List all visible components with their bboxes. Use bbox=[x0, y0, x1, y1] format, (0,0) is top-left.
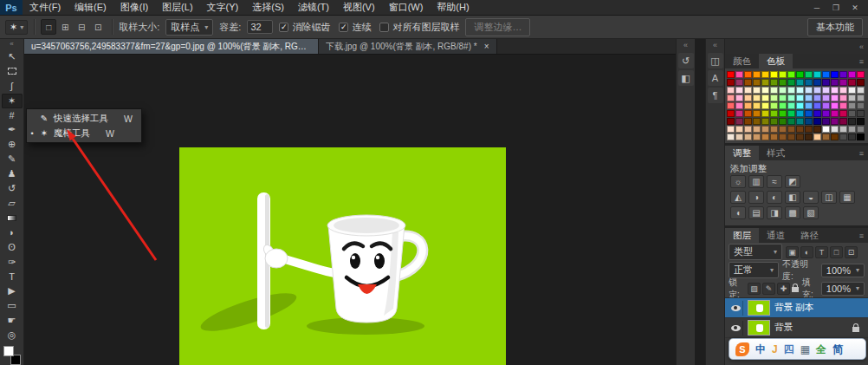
color-swatch[interactable] bbox=[813, 110, 821, 117]
color-swatch[interactable] bbox=[805, 134, 813, 140]
color-swatch[interactable] bbox=[831, 126, 839, 133]
lasso-tool[interactable]: ʃ bbox=[2, 79, 23, 94]
layer-row-1[interactable]: 背景 副本 bbox=[725, 298, 868, 318]
color-swatch[interactable] bbox=[839, 118, 847, 125]
color-swatch[interactable] bbox=[822, 102, 830, 109]
color-swatch[interactable] bbox=[735, 110, 743, 117]
color-swatch[interactable] bbox=[727, 87, 735, 94]
levels-adjustment-icon[interactable]: ▥ bbox=[748, 175, 764, 188]
color-swatch[interactable] bbox=[770, 102, 778, 109]
color-swatch[interactable] bbox=[753, 126, 761, 133]
color-swatch[interactable] bbox=[796, 126, 804, 133]
filter-adjustment-layers-icon[interactable]: ◐ bbox=[800, 246, 813, 258]
color-swatch[interactable] bbox=[770, 118, 778, 125]
color-swatch[interactable] bbox=[805, 118, 813, 125]
color-swatch[interactable] bbox=[857, 95, 865, 101]
color-swatch[interactable] bbox=[857, 118, 865, 125]
menu-help[interactable]: 帮助(H) bbox=[430, 0, 476, 15]
color-swatch[interactable] bbox=[735, 79, 743, 86]
color-swatch[interactable] bbox=[796, 71, 804, 78]
color-swatch[interactable] bbox=[735, 87, 743, 94]
color-swatch[interactable] bbox=[796, 79, 804, 86]
panel-menu-icon[interactable]: ≡ bbox=[859, 149, 864, 158]
color-swatch[interactable] bbox=[831, 134, 839, 140]
color-swatch[interactable] bbox=[822, 110, 830, 117]
color-swatch[interactable] bbox=[857, 87, 865, 94]
add-to-selection-mode[interactable]: ⊞ bbox=[57, 19, 73, 35]
collapse-panels-icon[interactable]: « bbox=[859, 42, 864, 51]
subtract-from-selection-mode[interactable]: ⊟ bbox=[74, 19, 89, 35]
tab-adjustments[interactable]: 调整 bbox=[725, 146, 759, 160]
pen-tool[interactable]: ✑ bbox=[2, 255, 23, 270]
color-swatch[interactable] bbox=[848, 110, 856, 117]
refine-edge-button[interactable]: 调整边缘… bbox=[465, 18, 530, 36]
color-swatch[interactable] bbox=[839, 102, 847, 109]
collapsed-properties-panel-icon[interactable]: ◧ bbox=[678, 70, 694, 86]
lock-transparency-icon[interactable]: ▨ bbox=[748, 283, 761, 295]
menu-window[interactable]: 窗口(W) bbox=[382, 0, 431, 15]
color-swatch[interactable] bbox=[848, 71, 856, 78]
color-swatch[interactable] bbox=[787, 134, 795, 140]
color-swatch[interactable] bbox=[727, 102, 735, 109]
color-swatch[interactable] bbox=[727, 71, 735, 78]
color-swatch[interactable] bbox=[727, 95, 735, 101]
posterize-adjustment-icon[interactable]: ▤ bbox=[748, 206, 764, 219]
color-swatch[interactable] bbox=[770, 79, 778, 86]
collapsed-history-panel-icon[interactable]: ↺ bbox=[678, 53, 694, 68]
menu-select[interactable]: 选择(S) bbox=[245, 0, 291, 15]
horizontal-type-tool[interactable]: T bbox=[2, 270, 23, 284]
color-swatch[interactable] bbox=[735, 126, 743, 133]
color-swatch[interactable] bbox=[831, 71, 839, 78]
history-brush-tool[interactable]: ↺ bbox=[2, 181, 23, 196]
document-canvas[interactable] bbox=[179, 147, 506, 365]
color-swatch[interactable] bbox=[787, 71, 795, 78]
color-swatch[interactable] bbox=[744, 71, 752, 78]
color-swatch[interactable] bbox=[831, 79, 839, 86]
color-swatch[interactable] bbox=[727, 79, 735, 86]
opacity-select[interactable]: 100% ▾ bbox=[821, 264, 865, 277]
tool-preset-picker[interactable]: ✶ ▾ bbox=[5, 20, 28, 35]
black-white-adjustment-icon[interactable]: ◧ bbox=[785, 191, 800, 204]
sample-size-select[interactable]: 取样点 ▾ bbox=[165, 19, 213, 36]
magic-wand-tool[interactable]: ✶ bbox=[2, 94, 23, 108]
color-swatch[interactable] bbox=[744, 87, 752, 94]
color-swatch[interactable] bbox=[813, 102, 821, 109]
color-swatch[interactable] bbox=[761, 87, 769, 94]
exposure-adjustment-icon[interactable]: ◩ bbox=[785, 175, 800, 188]
layer-visibility-toggle[interactable] bbox=[729, 321, 743, 336]
clone-stamp-tool[interactable]: ♟ bbox=[2, 166, 23, 181]
color-swatch[interactable] bbox=[753, 118, 761, 125]
color-swatch[interactable] bbox=[857, 102, 865, 109]
brightness-contrast-adjustment-icon[interactable]: ☼ bbox=[730, 175, 746, 188]
color-swatch[interactable] bbox=[805, 102, 813, 109]
color-swatch[interactable] bbox=[753, 71, 761, 78]
color-swatch[interactable] bbox=[761, 134, 769, 140]
color-swatch[interactable] bbox=[805, 79, 813, 86]
color-swatch[interactable] bbox=[779, 95, 787, 101]
color-swatch[interactable] bbox=[779, 110, 787, 117]
tab-layers[interactable]: 图层 bbox=[725, 228, 759, 243]
color-swatch[interactable] bbox=[805, 95, 813, 101]
tab-color[interactable]: 颜色 bbox=[725, 54, 759, 68]
rectangular-marquee-tool[interactable] bbox=[2, 64, 23, 79]
antialias-checkbox[interactable]: ✓消除锯齿 bbox=[279, 21, 330, 34]
color-swatch[interactable] bbox=[857, 126, 865, 133]
color-swatch[interactable] bbox=[779, 79, 787, 86]
color-swatch[interactable] bbox=[796, 134, 804, 140]
color-swatch[interactable] bbox=[744, 95, 752, 101]
quick-selection-tool-item[interactable]: ✎快速选择工具W bbox=[27, 111, 141, 126]
photo-filter-adjustment-icon[interactable]: ◒ bbox=[803, 191, 819, 204]
color-swatch[interactable] bbox=[822, 79, 830, 86]
contiguous-checkbox[interactable]: ✓连续 bbox=[339, 21, 371, 34]
channel-mixer-adjustment-icon[interactable]: ◫ bbox=[821, 191, 837, 204]
color-swatch[interactable] bbox=[787, 102, 795, 109]
selective-color-adjustment-icon[interactable]: ▧ bbox=[803, 206, 819, 219]
color-swatch[interactable] bbox=[753, 79, 761, 86]
color-swatch[interactable] bbox=[857, 134, 865, 140]
ime-item-3[interactable]: 四 bbox=[784, 344, 794, 355]
color-swatch[interactable] bbox=[787, 110, 795, 117]
brush-tool[interactable]: ✎ bbox=[2, 152, 23, 166]
path-selection-tool[interactable]: ▶ bbox=[2, 284, 23, 299]
color-swatch[interactable] bbox=[822, 71, 830, 78]
maximize-button[interactable]: ❐ bbox=[826, 3, 845, 12]
